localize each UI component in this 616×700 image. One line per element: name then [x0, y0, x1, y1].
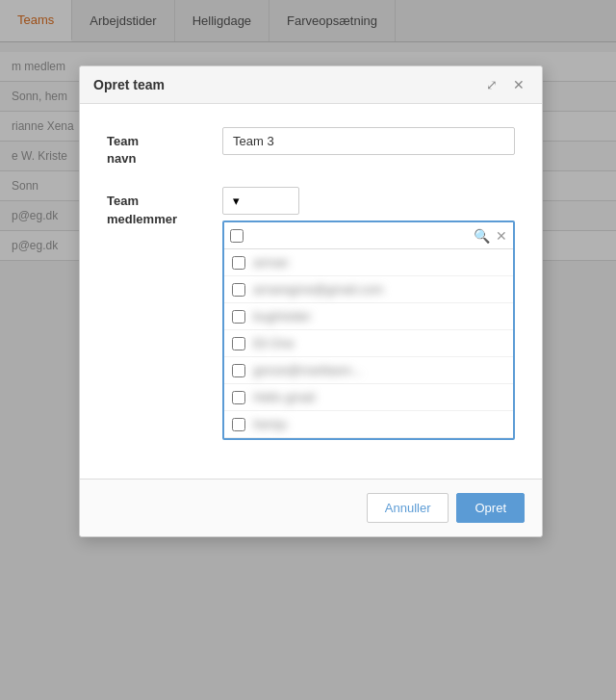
item-label-6: Hello gmail: [253, 390, 315, 404]
modal-body: Teamnavn Teammedlemmer ▾ 🔍: [80, 104, 542, 479]
member-search-input[interactable]: [249, 226, 474, 245]
list-item[interactable]: arman: [224, 249, 513, 276]
search-dropdown-panel: 🔍 ✕ arman arnaregme@gmail.com: [222, 220, 515, 440]
members-list[interactable]: arman arnaregme@gmail.com bugHolder: [224, 249, 513, 438]
expand-icon[interactable]: ⤢: [482, 76, 501, 93]
team-members-row: Teammedlemmer ▾ 🔍 ✕: [107, 187, 515, 440]
chevron-down-icon: ▾: [233, 194, 240, 208]
search-icon: 🔍: [474, 228, 490, 244]
item-label-2: arnaregme@gmail.com: [253, 282, 383, 297]
team-name-field: [222, 127, 515, 155]
item-checkbox-2[interactable]: [232, 283, 245, 297]
list-item[interactable]: arnaregme@gmail.com: [224, 276, 513, 303]
list-item[interactable]: hemju: [224, 411, 513, 438]
item-checkbox-3[interactable]: [232, 310, 245, 324]
item-label-5: gonze@martlasm...: [253, 363, 362, 377]
item-checkbox-5[interactable]: [232, 364, 245, 377]
team-name-row: Teamnavn: [107, 127, 515, 168]
item-label-7: hemju: [253, 417, 287, 431]
team-members-field: ▾ 🔍 ✕ arman: [222, 187, 515, 440]
confirm-button[interactable]: Opret: [456, 493, 525, 523]
modal-header-icons: ⤢ ✕: [482, 76, 528, 93]
item-label-3: bugHolder: [253, 309, 311, 324]
modal-header: Opret team ⤢ ✕: [80, 66, 542, 104]
team-members-label: Teammedlemmer: [107, 187, 222, 227]
search-clear-icon[interactable]: ✕: [496, 228, 507, 244]
modal-dialog: Opret team ⤢ ✕ Teamnavn Teammedlemmer ▾: [79, 65, 543, 537]
item-checkbox-4[interactable]: [232, 337, 245, 350]
cancel-button[interactable]: Annuller: [367, 493, 449, 523]
team-name-input[interactable]: [222, 127, 515, 155]
team-name-label: Teamnavn: [107, 127, 222, 168]
item-label-1: arman: [253, 255, 289, 270]
members-dropdown-trigger[interactable]: ▾: [222, 187, 299, 215]
modal-footer: Annuller Opret: [80, 479, 542, 536]
item-label-4: Eli One: [253, 336, 295, 350]
list-item[interactable]: Eli One: [224, 330, 513, 357]
item-checkbox-7[interactable]: [232, 418, 245, 431]
list-item[interactable]: gonze@martlasm...: [224, 357, 513, 384]
search-row: 🔍 ✕: [224, 222, 513, 249]
modal-title: Opret team: [93, 77, 165, 92]
item-checkbox-6[interactable]: [232, 391, 245, 404]
list-item[interactable]: Hello gmail: [224, 384, 513, 411]
select-all-checkbox[interactable]: [230, 229, 244, 243]
list-item[interactable]: bugHolder: [224, 303, 513, 330]
close-icon[interactable]: ✕: [509, 76, 528, 93]
item-checkbox-1[interactable]: [232, 256, 245, 270]
